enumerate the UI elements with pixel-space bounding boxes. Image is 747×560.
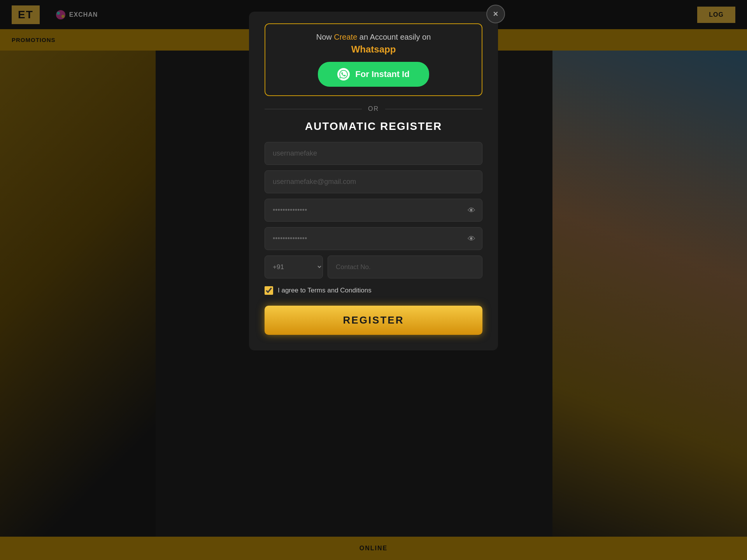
or-line-left xyxy=(265,109,362,109)
country-code-select[interactable]: +91 +1 +44 xyxy=(265,256,323,278)
confirm-password-input[interactable] xyxy=(265,227,482,250)
or-line-right xyxy=(385,109,482,109)
whatsapp-icon xyxy=(337,68,350,80)
register-button[interactable]: REGISTER xyxy=(265,306,482,335)
password-eye-icon[interactable]: 👁 xyxy=(468,206,475,215)
terms-label[interactable]: I agree to Terms and Conditions xyxy=(278,287,372,294)
password-wrapper: 👁 xyxy=(265,199,482,222)
whatsapp-button[interactable]: For Instant Id xyxy=(318,62,429,87)
whatsapp-subtitle: Whatsapp xyxy=(275,44,472,55)
password-input[interactable] xyxy=(265,199,482,222)
register-modal: × Now Create an Account easily on Whatsa… xyxy=(249,12,498,350)
whatsapp-title-end: an Account easily on xyxy=(357,33,431,41)
whatsapp-button-label: For Instant Id xyxy=(355,69,409,79)
terms-row: I agree to Terms and Conditions xyxy=(265,286,482,295)
section-title: AUTOMATIC REGISTER xyxy=(265,120,482,133)
whatsapp-title-highlight: Create xyxy=(334,33,357,41)
modal-overlay: × Now Create an Account easily on Whatsa… xyxy=(0,0,747,560)
username-input[interactable] xyxy=(265,142,482,165)
email-input[interactable] xyxy=(265,170,482,193)
confirm-password-wrapper: 👁 xyxy=(265,227,482,250)
whatsapp-title-normal: Now xyxy=(316,33,334,41)
close-icon: × xyxy=(493,9,498,19)
whatsapp-title: Now Create an Account easily on xyxy=(275,33,472,42)
phone-row: +91 +1 +44 xyxy=(265,256,482,278)
phone-input[interactable] xyxy=(328,256,482,278)
terms-checkbox[interactable] xyxy=(265,286,273,295)
confirm-password-eye-icon[interactable]: 👁 xyxy=(468,234,475,243)
whatsapp-section: Now Create an Account easily on Whatsapp… xyxy=(265,23,482,96)
or-text: OR xyxy=(368,105,379,112)
or-divider: OR xyxy=(265,105,482,112)
close-button[interactable]: × xyxy=(486,5,505,23)
